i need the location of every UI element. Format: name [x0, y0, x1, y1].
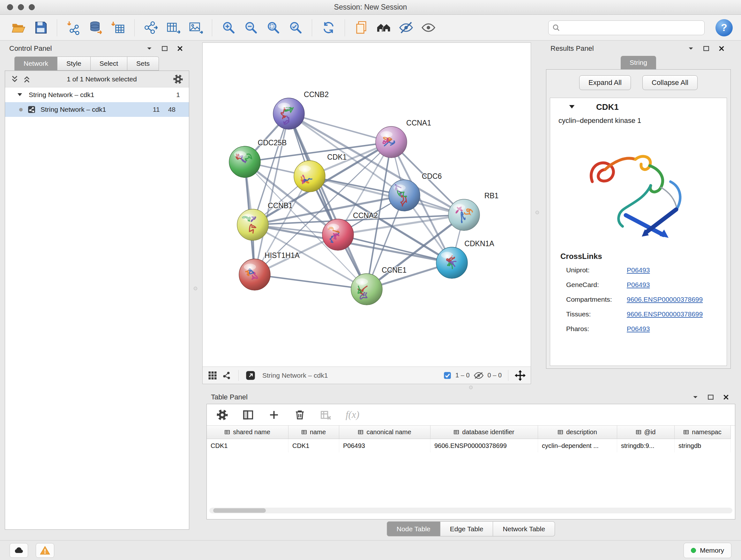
glass-ball-effect-button[interactable] [396, 18, 416, 38]
network-node-hist1h1a[interactable] [239, 259, 270, 290]
horizontal-scrollbar[interactable] [209, 508, 732, 513]
crosslink-link[interactable]: P06493 [627, 325, 650, 333]
tab-style[interactable]: Style [57, 57, 91, 71]
table-cell[interactable]: stringdb:9... [617, 439, 675, 452]
show-columns-icon[interactable] [242, 409, 254, 421]
expand-caret-icon[interactable] [17, 91, 23, 98]
save-session-button[interactable] [30, 18, 51, 38]
crosslink-link[interactable]: P06493 [627, 281, 650, 289]
table-cell[interactable]: CDK1 [207, 439, 288, 452]
tab-network-table[interactable]: Network Table [493, 521, 555, 537]
delete-column-trash-icon[interactable] [294, 409, 306, 421]
table-mode-gear-icon[interactable] [216, 409, 228, 421]
crosslink-link[interactable]: P06493 [627, 266, 650, 274]
table-cell[interactable]: CDK1 [288, 439, 339, 452]
column-header[interactable]: description [538, 426, 617, 439]
zoom-in-button[interactable] [219, 18, 239, 38]
options-gear-icon[interactable] [173, 74, 183, 84]
close-panel-icon[interactable] [718, 45, 725, 52]
network-canvas[interactable]: CCNB2CCNA1CDC25BCDK1CDC6RB1CCNB1CCNA2CDK… [203, 43, 531, 367]
splitter-handle[interactable] [194, 287, 197, 290]
network-node-cdc6[interactable] [389, 180, 420, 211]
delete-table-icon[interactable] [320, 409, 332, 421]
grid-view-button[interactable] [208, 371, 217, 380]
import-network-file-button[interactable] [64, 18, 83, 38]
panel-menu-chevron-icon[interactable] [687, 45, 694, 52]
create-column-plus-icon[interactable] [268, 409, 280, 421]
show-labels-button[interactable] [418, 18, 438, 38]
table-cell[interactable]: P06493 [339, 439, 430, 452]
network-node-rb1[interactable] [448, 199, 480, 231]
minimize-window-button[interactable] [18, 4, 24, 10]
table-cell[interactable]: stringdb [675, 439, 731, 452]
expand-all-icon[interactable] [23, 75, 30, 83]
tab-network[interactable]: Network [14, 57, 57, 71]
table-cell[interactable]: cyclin–dependent ... [538, 439, 617, 452]
column-header[interactable]: canonical name [339, 426, 430, 439]
open-session-button[interactable] [8, 18, 28, 38]
panel-menu-chevron-icon[interactable] [146, 45, 153, 52]
selected-checkbox-icon[interactable] [443, 371, 452, 380]
panel-menu-chevron-icon[interactable] [692, 394, 699, 401]
table-cell[interactable]: 9606.ENSP00000378699 [430, 439, 538, 452]
tab-node-table[interactable]: Node Table [387, 521, 441, 537]
network-node-cdc25b[interactable] [229, 146, 260, 178]
float-panel-icon[interactable] [707, 394, 714, 401]
tab-sets[interactable]: Sets [127, 57, 159, 71]
network-node-ccnb1[interactable] [237, 209, 268, 240]
splitter-handle[interactable] [536, 211, 539, 214]
pan-crosshair-icon[interactable] [515, 370, 526, 381]
close-window-button[interactable] [7, 4, 13, 10]
network-collection-row[interactable]: String Network – cdk1 1 [5, 87, 189, 102]
zoom-window-button[interactable] [29, 4, 35, 10]
crosslink-link[interactable]: 9606.ENSP00000378699 [627, 296, 703, 303]
zoom-selected-button[interactable] [286, 18, 306, 38]
collapse-all-icon[interactable] [11, 75, 18, 83]
column-header[interactable]: name [288, 426, 339, 439]
float-panel-icon[interactable] [161, 45, 168, 52]
table-row[interactable]: CDK1CDK1P064939606.ENSP00000378699cyclin… [207, 439, 735, 452]
export-image-button[interactable] [186, 18, 205, 38]
string-home-button[interactable] [374, 18, 394, 38]
import-network-database-button[interactable] [86, 18, 106, 38]
column-header[interactable]: database identifier [430, 426, 538, 439]
cloud-status-button[interactable] [10, 543, 28, 558]
network-view-button[interactable] [222, 371, 231, 380]
warnings-button[interactable] [36, 543, 54, 558]
zoom-fit-button[interactable] [263, 18, 283, 38]
network-node-ccne1[interactable] [351, 273, 382, 305]
collapse-gene-caret-icon[interactable] [568, 103, 576, 111]
scrollbar-thumb[interactable] [213, 508, 266, 513]
memory-button[interactable]: Memory [684, 543, 731, 558]
hidden-eye-slash-icon[interactable] [474, 372, 484, 379]
column-header[interactable]: @id [617, 426, 675, 439]
tab-edge-table[interactable]: Edge Table [441, 521, 493, 537]
tab-select[interactable]: Select [91, 57, 127, 71]
crosslink-link[interactable]: 9606.ENSP00000378699 [627, 310, 703, 318]
function-builder-button[interactable]: f(x) [346, 409, 359, 421]
network-node-ccna2[interactable] [322, 219, 354, 250]
duplicate-network-button[interactable] [351, 18, 371, 38]
help-button[interactable]: ? [716, 19, 733, 37]
export-table-button[interactable] [163, 18, 183, 38]
float-panel-icon[interactable] [703, 45, 710, 52]
splitter-handle[interactable] [469, 386, 473, 389]
column-header[interactable]: namespac [675, 426, 731, 439]
import-table-file-button[interactable] [108, 18, 128, 38]
expand-all-button[interactable]: Expand All [579, 75, 631, 90]
apply-layout-button[interactable] [319, 18, 338, 38]
collapse-all-button[interactable]: Collapse All [643, 75, 697, 90]
close-panel-icon[interactable] [177, 45, 184, 52]
export-network-button[interactable] [141, 18, 161, 38]
network-row-selected[interactable]: String Network – cdk1 11 48 [5, 102, 189, 117]
zoom-out-button[interactable] [241, 18, 261, 38]
column-header[interactable]: shared name [207, 426, 288, 439]
network-node-cdk1[interactable] [294, 161, 325, 192]
results-tab-string[interactable]: String [621, 56, 656, 69]
network-node-ccnb2[interactable] [273, 98, 305, 129]
network-node-ccna1[interactable] [376, 126, 407, 158]
network-node-cdkn1a[interactable] [436, 247, 468, 278]
detach-view-button[interactable] [246, 371, 255, 380]
search-input[interactable] [548, 20, 704, 35]
close-panel-icon[interactable] [723, 394, 730, 401]
